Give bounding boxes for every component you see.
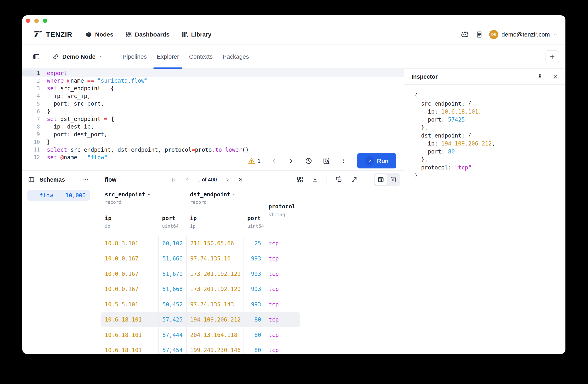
- table-cell: 173.201.192.129: [187, 266, 244, 282]
- document-icon: [476, 31, 483, 38]
- table-cell: 204.13.164.118: [187, 327, 244, 343]
- minimize-window-button[interactable]: [34, 19, 39, 23]
- code-line-1[interactable]: 1export: [22, 69, 404, 77]
- code-line-4[interactable]: 4 ip: src_ip,: [22, 92, 404, 100]
- code-line-8[interactable]: 8 ip: dest_ip,: [22, 123, 404, 130]
- table-cell: 173.201.192.129: [187, 282, 244, 297]
- result-schema-title: flow: [105, 176, 116, 183]
- expand-view-button[interactable]: [351, 176, 358, 183]
- discord-button[interactable]: [461, 31, 469, 38]
- code-line-10[interactable]: 10}: [22, 138, 404, 146]
- json-line: ip: 10.6.18.101,: [414, 108, 566, 116]
- history-back-button[interactable]: [271, 158, 277, 164]
- table-row[interactable]: 10.6.18.10157,444204.13.164.11880tcp: [101, 327, 300, 343]
- subcolumn-dst-port: port: [247, 215, 261, 222]
- chart-view-button[interactable]: [387, 174, 399, 185]
- table-cell: tcp: [265, 251, 300, 266]
- code-line-9[interactable]: 9 port: dest_port,: [22, 130, 404, 138]
- diagnostics-warning[interactable]: 1: [248, 157, 261, 165]
- pipeline-editor[interactable]: 1export2where @name == "suricata.flow"3s…: [22, 69, 404, 171]
- code-search-button[interactable]: [323, 157, 330, 165]
- first-page-button[interactable]: [171, 177, 177, 183]
- nav-nodes[interactable]: Nodes: [85, 31, 113, 38]
- add-tab-button[interactable]: [546, 50, 559, 63]
- nav-library[interactable]: Library: [181, 31, 211, 38]
- link-icon: [52, 53, 59, 60]
- column-dst-endpoint[interactable]: dst_endpoint: [190, 191, 236, 198]
- add-chart-button[interactable]: [296, 176, 303, 183]
- table-view-button[interactable]: [375, 174, 387, 185]
- code-line-7[interactable]: 7set dst_endpoint = {: [22, 115, 404, 123]
- run-button[interactable]: Run: [357, 153, 396, 169]
- tenzir-brand[interactable]: TENZIR: [33, 31, 72, 39]
- close-inspector-button[interactable]: [552, 74, 559, 80]
- account-menu[interactable]: DE demo@tenzir.com: [489, 30, 558, 39]
- inspector-header: Inspector: [404, 69, 566, 85]
- code-text: port: dest_port,: [40, 131, 107, 138]
- nodes-icon: [85, 31, 92, 38]
- code-text: where @name == "suricata.flow": [40, 77, 148, 84]
- code-line-11[interactable]: 11select src_endpoint, dst_endpoint, pro…: [22, 146, 404, 153]
- divider: [327, 175, 327, 184]
- tab-contexts[interactable]: Contexts: [184, 45, 218, 68]
- table-cell: 51,666: [159, 251, 187, 266]
- schemas-collapse-button[interactable]: [28, 176, 35, 183]
- next-page-button[interactable]: [224, 177, 230, 183]
- nav-dashboards[interactable]: Dashboards: [125, 31, 169, 38]
- docs-button[interactable]: [476, 31, 483, 38]
- close-window-button[interactable]: [26, 19, 30, 23]
- code-text: select src_endpoint, dst_endpoint, proto…: [40, 147, 249, 153]
- schema-item-flow[interactable]: flow10,000: [27, 190, 90, 201]
- json-line: },: [414, 156, 566, 164]
- code-line-3[interactable]: 3set src_endpoint = {: [22, 85, 404, 92]
- table-cell: 50,452: [159, 297, 187, 312]
- table-cell: tcp: [265, 282, 300, 297]
- copy-pipeline-button[interactable]: [335, 176, 342, 183]
- copy-rotate-icon: [335, 176, 342, 183]
- account-email: demo@tenzir.com: [502, 31, 550, 38]
- node-bar: Demo Node Pipelines Explorer Contexts Pa…: [22, 45, 566, 69]
- download-button[interactable]: [311, 176, 318, 183]
- table-row[interactable]: 10.6.18.10157,454199.249.230.14680tcp: [101, 343, 300, 354]
- column-label: dst_endpoint: [190, 191, 230, 198]
- sidebar-toggle-button[interactable]: [33, 53, 40, 60]
- code-text: set src_endpoint = {: [40, 85, 114, 92]
- divider: [366, 175, 366, 184]
- line-number: 12: [22, 154, 40, 160]
- editor-more-button[interactable]: [340, 158, 347, 164]
- table-row[interactable]: 10.0.0.16751,670173.201.192.129993tcp: [101, 266, 300, 282]
- table-row[interactable]: 10.0.0.16751,66697.74.135.10993tcp: [101, 251, 300, 266]
- code-line-2[interactable]: 2where @name == "suricata.flow": [22, 77, 404, 85]
- table-row[interactable]: 10.5.5.10150,45297.74.135.143993tcp: [101, 297, 300, 312]
- nav-label: Dashboards: [135, 31, 169, 38]
- table-row[interactable]: 10.6.18.10157,425194.109.206.21280tcp: [101, 312, 300, 327]
- table-cell: 10.6.18.101: [101, 327, 159, 343]
- history-forward-button[interactable]: [288, 158, 294, 164]
- tab-explorer[interactable]: Explorer: [152, 45, 184, 68]
- node-selector[interactable]: Demo Node: [52, 53, 104, 60]
- line-number: 10: [22, 139, 40, 145]
- code-line-5[interactable]: 5 port: src_port,: [22, 100, 404, 107]
- table-row[interactable]: 10.0.0.16751,668173.201.192.129993tcp: [101, 282, 300, 297]
- table-view-icon: [378, 176, 384, 183]
- schemas-menu-button[interactable]: [83, 176, 89, 183]
- last-page-button[interactable]: [237, 177, 243, 183]
- chevron-right-icon: [224, 177, 230, 183]
- table-cell: 80: [244, 343, 265, 354]
- code-line-6[interactable]: 6}: [22, 107, 404, 115]
- zoom-window-button[interactable]: [43, 19, 47, 23]
- column-protocol[interactable]: protocol: [269, 203, 295, 210]
- previous-page-button[interactable]: [184, 177, 190, 183]
- tab-pipelines[interactable]: Pipelines: [118, 45, 152, 68]
- line-number: 5: [22, 101, 40, 107]
- query-history-button[interactable]: [305, 157, 312, 165]
- tab-packages[interactable]: Packages: [218, 45, 254, 68]
- subcolumn-type: ip: [190, 224, 196, 229]
- kebab-menu-icon: [340, 158, 347, 164]
- pin-inspector-button[interactable]: [537, 74, 543, 80]
- discord-icon: [461, 31, 469, 38]
- topnav-right: DE demo@tenzir.com: [461, 30, 558, 39]
- table-row[interactable]: 10.8.3.10160,102211.150.65.6625tcp: [101, 236, 300, 251]
- column-src-endpoint[interactable]: src_endpoint: [105, 191, 151, 198]
- header-divider: [101, 210, 265, 210]
